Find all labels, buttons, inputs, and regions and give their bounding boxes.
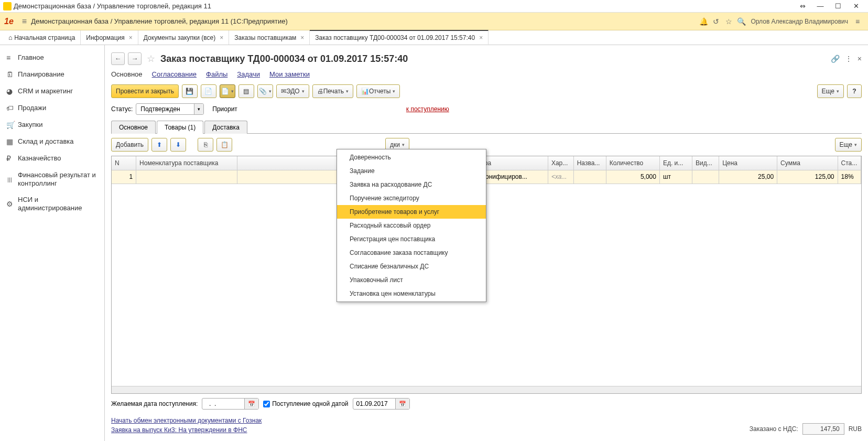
menu-item-price-reg[interactable]: Регистрация цен поставщика bbox=[337, 232, 486, 246]
cell-n[interactable]: 1 bbox=[112, 170, 136, 184]
post-button[interactable]: 📄 bbox=[201, 84, 216, 98]
window-close[interactable]: ✕ bbox=[847, 2, 865, 10]
sidebar-item-finance[interactable]: ⫼Финансовый результат и контроллинг bbox=[0, 167, 104, 191]
menu-item-order-approval[interactable]: Согласование заказа поставщику bbox=[337, 246, 486, 260]
edo-gozmak-link[interactable]: Начать обмен электронными документами с … bbox=[111, 416, 262, 425]
cell-supplier-item[interactable] bbox=[136, 170, 237, 184]
to-receipt-link[interactable]: к поступлению bbox=[406, 105, 449, 113]
sidebar-item-crm[interactable]: ◕CRM и маркетинг bbox=[0, 83, 104, 100]
table-more-button[interactable]: Еще▾ bbox=[835, 138, 862, 152]
close-icon[interactable]: × bbox=[300, 34, 304, 41]
horizontal-scrollbar[interactable] bbox=[112, 386, 861, 393]
subnav-files[interactable]: Файлы bbox=[206, 70, 227, 78]
bell-icon[interactable]: 🔔 bbox=[697, 17, 710, 26]
desired-date-field[interactable] bbox=[202, 400, 244, 407]
subnav-main[interactable]: Основное bbox=[111, 70, 143, 78]
sidebar-item-sales[interactable]: 🏷Продажи bbox=[0, 100, 104, 116]
desired-date-input[interactable]: 📅 bbox=[202, 398, 259, 410]
menu-item-bank-writeoff[interactable]: Списание безналичных ДС bbox=[337, 260, 486, 273]
help-button[interactable]: ? bbox=[847, 84, 862, 98]
settings-bars-icon[interactable]: ≡ bbox=[851, 17, 864, 26]
tab-home[interactable]: ⌂ Начальная страница bbox=[3, 30, 81, 45]
tab-supplier-order-doc[interactable]: Заказ поставщику ТД00-000034 от 01.09.20… bbox=[310, 30, 489, 45]
col-sum[interactable]: Сумма bbox=[777, 156, 838, 170]
single-date-checkbox[interactable]: Поступление одной датой bbox=[263, 400, 348, 407]
cell-qty[interactable]: 5,000 bbox=[606, 170, 659, 184]
close-icon[interactable]: × bbox=[220, 34, 223, 41]
nav-forward-button[interactable]: → bbox=[128, 52, 142, 65]
single-date-check[interactable] bbox=[263, 401, 270, 407]
menu-item-proxy[interactable]: Доверенность bbox=[337, 150, 486, 164]
menu-item-packing-list[interactable]: Упаковочный лист bbox=[337, 273, 486, 287]
star-icon[interactable]: ☆ bbox=[722, 17, 735, 26]
col-price[interactable]: Цена bbox=[719, 156, 777, 170]
cell-sum[interactable]: 125,00 bbox=[777, 170, 838, 184]
col-qty[interactable]: Количество bbox=[606, 156, 659, 170]
close-panel-icon[interactable]: × bbox=[858, 55, 862, 63]
reports-button[interactable]: 📊 Отчеты▾ bbox=[356, 84, 400, 98]
dropdown-caret-icon[interactable]: ▾ bbox=[194, 104, 203, 114]
attachments-button[interactable]: 📎▾ bbox=[257, 84, 273, 98]
col-name[interactable]: Назва... bbox=[573, 156, 606, 170]
cell-type[interactable] bbox=[692, 170, 719, 184]
menu-item-price-set[interactable]: Установка цен номенклатуры bbox=[337, 287, 486, 300]
sidebar-item-planning[interactable]: 🗓Планирование bbox=[0, 66, 104, 83]
kebab-icon[interactable]: ⋮ bbox=[845, 55, 852, 63]
menu-item-cash-request[interactable]: Заявка на расходование ДС bbox=[337, 178, 486, 191]
cell-unit[interactable]: шт bbox=[659, 170, 692, 184]
favorite-star-icon[interactable]: ☆ bbox=[145, 53, 157, 64]
menu-item-goods-purchase[interactable]: Приобретение товаров и услуг bbox=[337, 205, 486, 219]
paste-button[interactable]: 📋 bbox=[216, 138, 232, 152]
history-icon[interactable]: ↺ bbox=[710, 17, 722, 26]
inner-tab-main[interactable]: Основное bbox=[111, 121, 156, 134]
window-minimize[interactable]: — bbox=[811, 2, 829, 10]
hamburger-icon[interactable]: ≡ bbox=[18, 17, 31, 26]
search-icon[interactable]: 🔍 bbox=[735, 17, 747, 26]
cell-price[interactable]: 25,00 bbox=[719, 170, 777, 184]
col-vat[interactable]: Ста... bbox=[838, 156, 861, 170]
calendar-icon[interactable]: 📅 bbox=[244, 399, 258, 409]
sidebar-item-warehouse[interactable]: ▦Склад и доставка bbox=[0, 133, 104, 150]
window-maximize[interactable]: ☐ bbox=[829, 2, 847, 10]
save-button[interactable]: 💾 bbox=[182, 84, 198, 98]
subnav-tasks[interactable]: Задачи bbox=[237, 70, 260, 78]
add-row-button[interactable]: Добавить bbox=[111, 138, 148, 152]
window-double-arrow[interactable]: ⇔ bbox=[794, 2, 811, 10]
goods-table[interactable]: N Номенклатура поставщика Номенклатура Х… bbox=[112, 156, 861, 184]
col-supplier-item[interactable]: Номенклатура поставщика bbox=[136, 156, 237, 170]
inner-tab-delivery[interactable]: Доставка bbox=[204, 121, 247, 134]
print-button[interactable]: 🖨 Печать▾ bbox=[312, 84, 353, 98]
col-n[interactable]: N bbox=[112, 156, 136, 170]
inner-tab-goods[interactable]: Товары (1) bbox=[157, 121, 203, 134]
tab-supplier-orders[interactable]: Заказы поставщикам× bbox=[229, 30, 310, 45]
cell-char[interactable]: <ха... bbox=[548, 170, 573, 184]
single-date-input[interactable]: 📅 bbox=[353, 398, 410, 410]
more-button[interactable]: Еще▾ bbox=[817, 84, 844, 98]
tab-information[interactable]: Информация× bbox=[81, 30, 138, 45]
sidebar-item-treasury[interactable]: ₽Казначейство bbox=[0, 150, 104, 167]
link-icon[interactable]: 🔗 bbox=[831, 55, 840, 63]
menu-item-task[interactable]: Задание bbox=[337, 164, 486, 178]
cell-vat[interactable]: 18% bbox=[838, 170, 861, 184]
menu-item-cash-out[interactable]: Расходный кассовый ордер bbox=[337, 219, 486, 232]
subnav-approval[interactable]: Согласование bbox=[152, 70, 197, 78]
copy-button[interactable]: ⎘ bbox=[198, 138, 213, 152]
close-icon[interactable]: × bbox=[479, 34, 483, 41]
col-type[interactable]: Вид... bbox=[692, 156, 719, 170]
sidebar-item-main[interactable]: ≡Главное bbox=[0, 49, 104, 66]
structure-button[interactable]: ▤ bbox=[238, 84, 254, 98]
col-unit[interactable]: Ед. и... bbox=[659, 156, 692, 170]
subnav-notes[interactable]: Мои заметки bbox=[269, 70, 310, 78]
calendar-icon[interactable]: 📅 bbox=[395, 399, 409, 409]
username-label[interactable]: Орлов Александр Владимирович bbox=[747, 18, 851, 25]
move-down-button[interactable]: ⬇ bbox=[170, 138, 186, 152]
status-select[interactable]: Подтвержден ▾ bbox=[136, 103, 204, 115]
menu-item-forwarder[interactable]: Поручение экспедитору bbox=[337, 191, 486, 205]
tab-purchase-docs[interactable]: Документы закупки (все)× bbox=[138, 30, 229, 45]
col-char[interactable]: Хар... bbox=[548, 156, 573, 170]
post-and-close-button[interactable]: Провести и закрыть bbox=[111, 84, 179, 98]
cell-name[interactable] bbox=[573, 170, 606, 184]
single-date-field[interactable] bbox=[353, 400, 395, 407]
edo-button[interactable]: ✉ ЭДО▾ bbox=[276, 84, 309, 98]
close-icon[interactable]: × bbox=[129, 34, 133, 41]
